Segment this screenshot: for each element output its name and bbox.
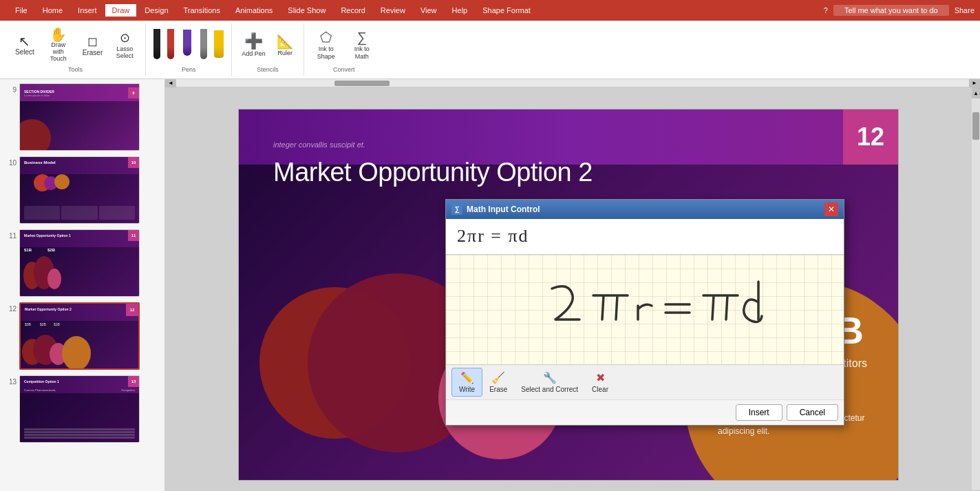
- hscroll-thumb[interactable]: [334, 81, 390, 86]
- math-dialog-icon: ∑: [451, 204, 462, 215]
- convert-row: ⬠ Ink to Shape ∑ Ink to Math: [310, 26, 379, 63]
- select-correct-icon: 🔧: [543, 371, 557, 384]
- math-input-dialog: ∑ Math Input Control ✕ 2πr = πd: [445, 199, 844, 426]
- tab-record[interactable]: Record: [334, 5, 372, 16]
- tab-view[interactable]: View: [414, 5, 444, 16]
- dialog-titlebar: ∑ Math Input Control ✕: [446, 200, 844, 219]
- write-icon: ✏️: [460, 371, 474, 384]
- tab-design[interactable]: Design: [138, 5, 175, 16]
- vscroll-up[interactable]: ▲: [972, 87, 980, 98]
- pen-red[interactable]: [165, 28, 176, 62]
- clear-tool-button[interactable]: ✖ Clear: [585, 368, 615, 396]
- slide-preview-11: 11 Market Opportunity Option 1 $1B $2B: [19, 229, 140, 297]
- tools-row: ↖ Select ✋ Draw with Touch ◻ Eraser ⊙ La…: [11, 26, 140, 63]
- slide-canvas: 12 integer convallis suscipit et. Market…: [238, 109, 899, 481]
- hscroll-right[interactable]: ►: [969, 79, 980, 87]
- ink-to-shape-icon: ⬠: [320, 29, 332, 45]
- stencils-group-label: Stencils: [257, 65, 279, 73]
- slide-thumb-9[interactable]: 9 9 SECTION DIVIDER Lorem ipsum et dolor: [3, 82, 162, 152]
- pens-group-label: Pens: [182, 65, 196, 73]
- draw-touch-icon: ✋: [50, 28, 67, 41]
- select-correct-tool-button[interactable]: 🔧 Select and Correct: [514, 368, 585, 396]
- tab-draw[interactable]: Draw: [105, 4, 137, 17]
- pen-red-icon: [167, 29, 174, 59]
- canvas-area: 12 integer convallis suscipit et. Market…: [165, 87, 972, 491]
- dialog-footer: Insert Cancel: [446, 400, 844, 425]
- slide-preview-13: 13 Competition Option 1 Contoso Pharmace…: [19, 375, 140, 443]
- ribbon-tab-bar: File Home Insert Draw Design Transitions…: [3, 1, 543, 20]
- insert-button[interactable]: Insert: [736, 404, 782, 421]
- slide-title: Market Opportunity Option 2: [273, 158, 593, 187]
- tab-help[interactable]: Help: [445, 5, 475, 16]
- ribbon-group-pens: Pens: [146, 23, 232, 76]
- erase-tool-button[interactable]: 🧹 Erase: [482, 368, 514, 396]
- vertical-scrollbar: ▲ ▼: [972, 87, 980, 491]
- ink-to-shape-button[interactable]: ⬠ Ink to Shape: [310, 26, 343, 63]
- handwritten-formula: [514, 264, 776, 354]
- write-tool-button[interactable]: ✏️ Write: [451, 368, 482, 397]
- slide-num-10: 10: [4, 156, 17, 167]
- add-pen-button[interactable]: ➕ Add Pen: [237, 31, 270, 59]
- eraser-icon: ◻: [87, 34, 98, 49]
- add-pen-icon: ➕: [244, 32, 263, 50]
- dialog-close-button[interactable]: ✕: [824, 202, 838, 216]
- formula-display: 2πr = πd: [446, 219, 844, 255]
- eraser-button[interactable]: ◻ Eraser: [78, 32, 107, 58]
- lasso-icon: ⊙: [120, 30, 130, 45]
- clear-icon: ✖: [596, 371, 605, 384]
- tab-shapeformat[interactable]: Shape Format: [476, 5, 537, 16]
- slide-num-9: 9: [4, 83, 17, 94]
- ink-to-math-icon: ∑: [357, 30, 367, 45]
- lasso-select-button[interactable]: ⊙ Lasso Select: [109, 29, 140, 61]
- slide-num-11: 11: [4, 229, 17, 240]
- erase-icon: 🧹: [491, 371, 505, 384]
- ribbon-group-tools: ↖ Select ✋ Draw with Touch ◻ Eraser ⊙ La…: [6, 23, 146, 76]
- help-icon[interactable]: ?: [824, 6, 828, 14]
- ribbon-content: ↖ Select ✋ Draw with Touch ◻ Eraser ⊙ La…: [0, 21, 980, 79]
- tab-slideshow[interactable]: Slide Show: [281, 5, 332, 16]
- slide-thumb-12[interactable]: 12 12 Market Opportunity Option 2 $3B $2…: [3, 301, 162, 371]
- pen-purple[interactable]: [179, 28, 195, 61]
- search-bar[interactable]: Tell me what you want to do: [833, 5, 949, 16]
- slide-header: [239, 109, 898, 165]
- tab-transitions[interactable]: Transitions: [177, 5, 227, 16]
- ruler-button[interactable]: 📐 Ruler: [273, 32, 298, 58]
- tab-review[interactable]: Review: [374, 5, 412, 16]
- ribbon-group-convert: ⬠ Ink to Shape ∑ Ink to Math Convert: [304, 23, 384, 76]
- draw-touch-button[interactable]: ✋ Draw with Touch: [41, 26, 76, 63]
- tab-home[interactable]: Home: [36, 5, 70, 16]
- select-button[interactable]: ↖ Select: [11, 33, 39, 57]
- pen-black-icon: [153, 29, 160, 59]
- slide-number-badge: 12: [843, 109, 898, 165]
- main-area: 9 9 SECTION DIVIDER Lorem ipsum et dolor…: [0, 79, 980, 491]
- slide-thumb-10[interactable]: 10 10 Business Model: [3, 155, 162, 225]
- hscroll-left[interactable]: ◄: [165, 79, 176, 87]
- pens-row: [151, 26, 226, 63]
- slide-preview-9: 9 SECTION DIVIDER Lorem ipsum et dolor: [19, 83, 140, 151]
- tab-file[interactable]: File: [8, 5, 34, 16]
- ribbon: File Home Insert Draw Design Transitions…: [0, 0, 980, 79]
- slide-thumb-13[interactable]: 13 13 Competition Option 1 Contoso Pharm…: [3, 374, 162, 444]
- pen-black[interactable]: [151, 28, 162, 62]
- pen-yellow-highlighter[interactable]: [212, 29, 226, 61]
- stencils-row: ➕ Add Pen 📐 Ruler: [237, 26, 298, 63]
- slide-thumb-11[interactable]: 11 11 Market Opportunity Option 1 $1B $2…: [3, 228, 162, 298]
- share-button[interactable]: Share: [955, 6, 974, 14]
- slide-num-13: 13: [4, 375, 17, 386]
- draw-area[interactable]: [446, 255, 844, 365]
- dialog-toolbar: ✏️ Write 🧹 Erase 🔧 Select and Correct: [446, 365, 844, 400]
- tab-animations[interactable]: Animations: [228, 5, 279, 16]
- slide-preview-12: 12 Market Opportunity Option 2 $3B $2B $…: [19, 302, 140, 370]
- dialog-title: Math Input Control: [467, 205, 824, 214]
- tab-insert[interactable]: Insert: [71, 5, 104, 16]
- pen-purple-icon: [181, 30, 193, 60]
- ink-to-math-button[interactable]: ∑ Ink to Math: [345, 27, 379, 63]
- slide-subtitle: integer convallis suscipit et.: [273, 140, 365, 149]
- cancel-button[interactable]: Cancel: [787, 404, 838, 421]
- pen-gray[interactable]: [198, 28, 209, 62]
- pen-yellow-icon: [214, 30, 224, 58]
- ruler-icon: 📐: [277, 33, 294, 50]
- vscroll-track[interactable]: [972, 98, 980, 490]
- slide-num-12: 12: [4, 302, 17, 313]
- vscroll-thumb[interactable]: [972, 112, 979, 140]
